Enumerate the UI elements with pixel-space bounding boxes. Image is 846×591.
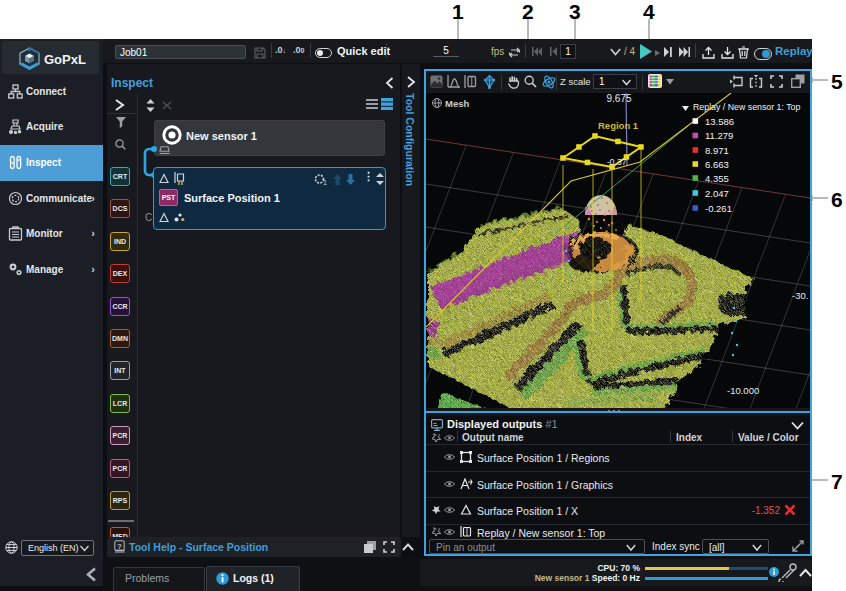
svg-text:8.971: 8.971: [705, 145, 729, 156]
svg-text:6.663: 6.663: [705, 159, 729, 170]
svg-text:2.047: 2.047: [705, 188, 729, 199]
svg-text:4.355: 4.355: [705, 173, 729, 184]
svg-text:9.675: 9.675: [606, 93, 631, 104]
svg-text:-30.: -30.: [792, 290, 808, 301]
svg-text:13.586: 13.586: [705, 116, 734, 127]
svg-text:Region 1: Region 1: [598, 120, 639, 131]
svg-text:11.279: 11.279: [705, 130, 733, 141]
svg-text:-0.37: -0.37: [607, 157, 627, 167]
svg-text:?: ?: [117, 542, 122, 551]
svg-text:1: 1: [323, 179, 327, 186]
svg-text:Replay / New sensor 1: Top: Replay / New sensor 1: Top: [693, 102, 801, 112]
svg-text:-0.261: -0.261: [705, 203, 732, 214]
svg-text:Mesh: Mesh: [445, 98, 469, 109]
svg-text:-10.000: -10.000: [727, 385, 759, 396]
